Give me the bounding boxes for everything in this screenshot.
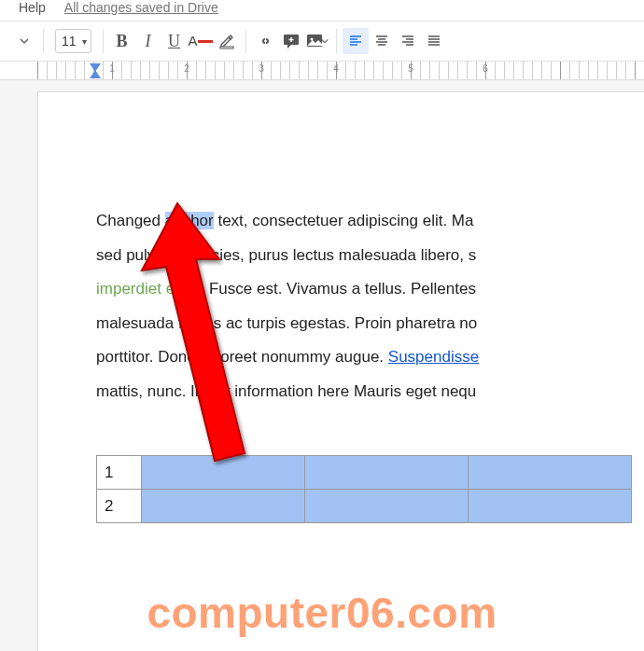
menubar: Help All changes saved in Drive	[0, 0, 644, 21]
font-size-input[interactable]: 11 ▾	[55, 29, 91, 53]
paragraph[interactable]: mattis, nunc. Insert information here Ma…	[96, 375, 644, 409]
ruler-number: 1	[109, 63, 115, 74]
toolbar: 11 ▾ B I U A	[0, 21, 644, 62]
table-cell[interactable]: 2	[97, 490, 142, 523]
separator	[245, 29, 246, 53]
menu-help[interactable]: Help	[19, 0, 46, 15]
ruler-number: 2	[184, 63, 189, 74]
text: sed pulvinar ultricies, purus lectus mal…	[96, 246, 476, 264]
text: . Fusce est. Vivamus a tellus. Pellentes	[201, 280, 476, 298]
insert-image-button[interactable]	[304, 28, 330, 54]
ruler-number: 6	[483, 63, 488, 74]
insert-link-button[interactable]	[252, 28, 278, 54]
separator	[336, 29, 337, 53]
highlight-color-button[interactable]	[214, 28, 240, 54]
table-row[interactable]: 2	[97, 490, 632, 523]
bold-button[interactable]: B	[109, 28, 135, 54]
table-cell[interactable]	[305, 456, 469, 490]
table-cell[interactable]	[469, 490, 632, 523]
paragraph[interactable]: imperdiet enim. Fusce est. Vivamus a tel…	[96, 272, 644, 307]
italic-button[interactable]: I	[135, 28, 161, 54]
document-page[interactable]: Changed anchor text, consectetuer adipis…	[37, 91, 644, 651]
text: Changed	[96, 212, 165, 229]
text: text, consectetuer adipiscing elit. Ma	[214, 212, 474, 229]
chevron-down-icon[interactable]	[11, 28, 37, 54]
align-right-button[interactable]	[395, 28, 421, 54]
table-cell[interactable]	[142, 490, 305, 523]
text: mattis, nunc. Insert information here Ma…	[96, 382, 476, 400]
text-color-button[interactable]: A	[188, 28, 214, 54]
add-comment-button[interactable]	[278, 28, 304, 54]
align-left-button[interactable]	[343, 28, 369, 54]
text-selection: anchor	[165, 212, 214, 229]
text-color-swatch	[198, 40, 213, 43]
editor-canvas: Changed anchor text, consectetuer adipis…	[0, 80, 644, 651]
table-cell[interactable]	[305, 490, 469, 523]
separator	[43, 29, 44, 53]
hyperlink[interactable]: imperdiet enim	[96, 280, 201, 298]
ruler-track: 1 2 3 4 5 6	[37, 62, 644, 79]
hyperlink[interactable]: Suspendisse	[388, 348, 479, 366]
paragraph[interactable]: malesuada fames ac turpis egestas. Proin…	[96, 307, 644, 341]
ruler-number: 4	[333, 63, 339, 74]
text: malesuada fames ac turpis egestas. Proin…	[96, 314, 477, 332]
table-cell[interactable]	[469, 456, 632, 490]
paragraph[interactable]: porttitor. Donec laoreet nonummy augue. …	[96, 340, 644, 375]
table-row[interactable]: 1	[97, 456, 632, 490]
document-table[interactable]: 1 2	[96, 455, 632, 523]
separator	[103, 29, 104, 53]
table-cell[interactable]	[142, 456, 305, 490]
font-size-value: 11	[62, 34, 80, 48]
save-status[interactable]: All changes saved in Drive	[64, 0, 218, 15]
ruler-number: 3	[259, 63, 264, 74]
paragraph[interactable]: Changed anchor text, consectetuer adipis…	[96, 204, 644, 239]
text-color-letter: A	[189, 35, 198, 47]
left-indent-marker[interactable]	[90, 70, 101, 78]
align-center-button[interactable]	[369, 28, 395, 54]
text: porttitor. Donec laoreet nonummy augue.	[96, 348, 388, 366]
paragraph[interactable]: sed pulvinar ultricies, purus lectus mal…	[96, 239, 644, 273]
ruler[interactable]: 1 2 3 4 5 6	[0, 62, 644, 80]
svg-rect-0	[220, 47, 233, 48]
ruler-number: 5	[408, 63, 413, 74]
underline-button[interactable]: U	[161, 28, 188, 54]
align-justify-button[interactable]	[421, 28, 447, 54]
table-cell[interactable]: 1	[97, 456, 142, 490]
chevron-down-icon[interactable]: ▾	[80, 36, 89, 47]
